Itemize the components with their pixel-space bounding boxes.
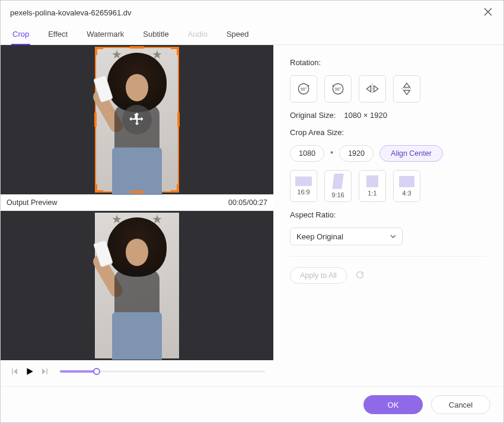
tab-speed[interactable]: Speed	[225, 26, 250, 44]
dialog-body: Output Preview 00:05/00:27	[1, 45, 503, 386]
seek-slider[interactable]	[60, 370, 265, 373]
crop-handle-t[interactable]	[130, 46, 144, 49]
dialog-footer: OK Cancel	[1, 386, 503, 422]
crop-preview[interactable]	[1, 45, 273, 194]
output-preview	[1, 211, 273, 360]
ok-button[interactable]: OK	[363, 395, 423, 414]
next-frame-icon[interactable]	[40, 366, 50, 377]
aspect-ratio-presets: 16:9 9:16 1:1 4:3	[290, 170, 487, 202]
ratio-9-16-button[interactable]: 9:16	[324, 170, 352, 202]
preview-status-bar: Output Preview 00:05/00:27	[1, 194, 273, 211]
svg-text:90°: 90°	[335, 87, 342, 91]
tab-subtitle[interactable]: Subtitle	[142, 26, 170, 44]
original-size-value: 1080 × 1920	[344, 111, 387, 120]
tab-crop[interactable]: Crop	[11, 26, 30, 44]
apply-row: Apply to All	[290, 267, 487, 284]
original-size-label: Original Size:	[290, 111, 336, 120]
tab-audio: Audio	[187, 26, 209, 44]
crop-size-row: * Align Center	[290, 145, 487, 162]
flip-vertical-icon[interactable]	[393, 75, 420, 102]
rotate-cw-icon[interactable]: 90°	[290, 75, 317, 102]
preview-time: 00:05/00:27	[228, 198, 267, 207]
video-edit-dialog: pexels-polina-kovaleva-6265961.dv Crop E…	[0, 0, 504, 423]
preview-panel: Output Preview 00:05/00:27	[1, 45, 273, 386]
ratio-16-9-button[interactable]: 16:9	[290, 170, 317, 202]
tab-bar: Crop Effect Watermark Subtitle Audio Spe…	[1, 21, 503, 45]
aspect-ratio-select[interactable]: Keep Original	[290, 227, 403, 245]
aspect-ratio-label: Aspect Ratio:	[290, 210, 487, 219]
playback-controls	[1, 360, 273, 383]
titlebar: pexels-polina-kovaleva-6265961.dv	[1, 1, 503, 21]
flip-horizontal-icon[interactable]	[359, 75, 386, 102]
ratio-1-1-button[interactable]: 1:1	[359, 170, 386, 202]
align-center-button[interactable]: Align Center	[379, 145, 443, 162]
crop-handle-b[interactable]	[130, 191, 144, 193]
output-frame-image	[95, 213, 179, 358]
divider	[290, 256, 487, 257]
svg-text:90°: 90°	[301, 87, 307, 91]
close-icon[interactable]	[482, 7, 494, 19]
cancel-button[interactable]: Cancel	[431, 395, 490, 414]
ratio-label: 4:3	[402, 190, 411, 197]
ratio-label: 16:9	[297, 188, 310, 196]
rotation-label: Rotation:	[290, 58, 487, 67]
ratio-4-3-button[interactable]: 4:3	[393, 170, 420, 202]
chevron-down-icon	[390, 232, 396, 241]
crop-handle-tr[interactable]	[171, 47, 179, 55]
reset-icon[interactable]	[355, 270, 365, 281]
ratio-label: 9:16	[331, 191, 344, 198]
window-title: pexels-polina-kovaleva-6265961.dv	[10, 8, 132, 17]
prev-frame-icon[interactable]	[9, 366, 20, 377]
crop-handle-bl[interactable]	[95, 184, 103, 193]
move-icon[interactable]	[122, 105, 152, 134]
tab-effect[interactable]: Effect	[47, 26, 69, 44]
tab-watermark[interactable]: Watermark	[85, 26, 125, 44]
crop-size-separator: *	[330, 149, 333, 158]
ratio-label: 1:1	[368, 190, 377, 197]
aspect-ratio-value: Keep Original	[296, 232, 343, 241]
crop-handle-l[interactable]	[94, 113, 97, 127]
crop-handle-r[interactable]	[177, 113, 180, 127]
apply-to-all-button: Apply to All	[290, 267, 347, 284]
seek-thumb[interactable]	[93, 368, 100, 375]
crop-width-input[interactable]	[290, 145, 324, 162]
rotation-buttons: 90° 90°	[290, 75, 487, 102]
crop-handle-tl[interactable]	[95, 47, 103, 55]
settings-panel: Rotation: 90° 90° Original Size: 1080 × …	[273, 45, 503, 386]
rotate-ccw-icon[interactable]: 90°	[324, 75, 352, 102]
crop-handle-br[interactable]	[171, 184, 179, 193]
crop-height-input[interactable]	[339, 145, 374, 162]
crop-frame[interactable]	[95, 47, 179, 193]
play-icon[interactable]	[24, 366, 35, 377]
crop-area-label: Crop Area Size:	[290, 128, 487, 137]
output-preview-label: Output Preview	[7, 198, 57, 207]
